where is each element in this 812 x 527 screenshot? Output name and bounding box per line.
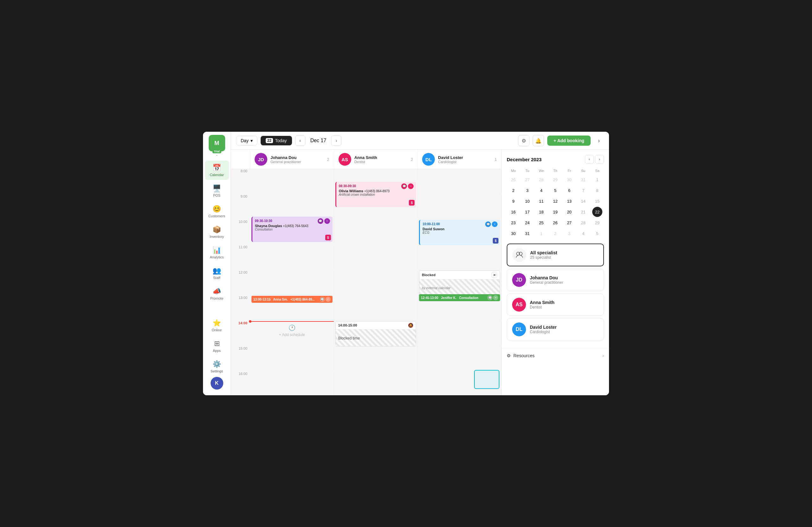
day-cell[interactable]: 29 bbox=[592, 218, 603, 228]
main-content: Day ▾ 22 Today ‹ Dec 17 › ⚙ 🔔 + Add book… bbox=[231, 132, 609, 395]
mini-prev-button[interactable]: ‹ bbox=[585, 155, 594, 164]
close-icon[interactable]: ✕ bbox=[492, 272, 497, 278]
day-cell[interactable]: 17 bbox=[522, 207, 532, 217]
sync-icon[interactable]: 🔔 bbox=[533, 135, 544, 146]
day-cell[interactable]: 13 bbox=[564, 196, 575, 206]
resources-row[interactable]: ⚙ Resources › bbox=[502, 348, 609, 363]
specialist-all[interactable]: All specialist 25 specialist bbox=[507, 244, 604, 266]
staff-icon: 👥 bbox=[213, 267, 221, 275]
day-cell[interactable]: 4 bbox=[536, 185, 546, 195]
day-cell[interactable]: 29 bbox=[550, 175, 560, 185]
day-cell[interactable]: 5 bbox=[592, 228, 603, 238]
johanna-column[interactable]: 09:30-10:30 💬 + Shayna Douglas +1(483) 7… bbox=[250, 169, 334, 395]
day-cell[interactable]: 28 bbox=[536, 175, 546, 185]
day-cell[interactable]: 4 bbox=[578, 228, 589, 238]
add-icon-3[interactable]: + bbox=[492, 221, 497, 227]
day-cell[interactable]: 3 bbox=[522, 185, 532, 195]
blocked-external[interactable]: Blocked ✕ by external calendar bbox=[419, 270, 500, 296]
sidebar-item-apps[interactable]: ⊞ Apps bbox=[205, 336, 229, 356]
appointment-olivia[interactable]: 08:30-09:30 💬 + Olivia Williams +1(483) … bbox=[335, 182, 417, 207]
specialist-johanna[interactable]: JD Johanna Dou General practitioner bbox=[507, 269, 604, 291]
sidebar-item-calendar[interactable]: 📅 Calendar bbox=[205, 161, 229, 180]
message-icon-2: 💬 bbox=[401, 184, 407, 189]
day-cell[interactable]: 30 bbox=[508, 228, 519, 238]
day-cell[interactable]: 16 bbox=[508, 207, 519, 217]
mini-next-button[interactable]: › bbox=[595, 155, 604, 164]
day-cell[interactable]: 18 bbox=[536, 207, 546, 217]
day-cell[interactable]: 24 bbox=[522, 218, 532, 228]
view-select[interactable]: Day ▾ bbox=[236, 136, 258, 145]
add-icon-2[interactable]: + bbox=[408, 184, 414, 189]
day-cell[interactable]: 9 bbox=[508, 196, 519, 206]
day-cell[interactable]: 25 bbox=[536, 218, 546, 228]
day-cell[interactable]: 7 bbox=[578, 185, 589, 195]
appointment-shayna[interactable]: 09:30-10:30 💬 + Shayna Douglas +1(483) 7… bbox=[251, 217, 333, 242]
sidebar-item-pos[interactable]: 🖥️ POS bbox=[205, 181, 229, 201]
day-cell[interactable]: 26 bbox=[508, 175, 519, 185]
message-icon-3: 💬 bbox=[485, 221, 491, 227]
sidebar-item-inventory[interactable]: 📦 Inventory bbox=[205, 222, 229, 241]
day-cell[interactable]: 27 bbox=[522, 175, 532, 185]
settings-icon: ⚙️ bbox=[213, 360, 221, 368]
day-cell[interactable]: 12 bbox=[550, 196, 560, 206]
toolbar: Day ▾ 22 Today ‹ Dec 17 › ⚙ 🔔 + Add book… bbox=[231, 132, 609, 150]
time-selection-box[interactable] bbox=[474, 370, 499, 389]
sidebar-item-staff[interactable]: 👥 Staff bbox=[205, 263, 229, 283]
logo-button[interactable]: M Trial bbox=[209, 135, 225, 151]
sidebar-item-settings[interactable]: ⚙️ Settings bbox=[205, 357, 229, 376]
day-cell[interactable]: 20 bbox=[564, 207, 575, 217]
blocked-time-anna[interactable]: 14:00-15:00 🔕 Blocked time bbox=[335, 321, 417, 347]
day-cell[interactable]: 5 bbox=[550, 185, 560, 195]
day-cell[interactable]: 21 bbox=[578, 207, 589, 217]
current-time-line bbox=[250, 321, 334, 322]
prev-date-button[interactable]: ‹ bbox=[295, 135, 305, 146]
day-cell[interactable]: 19 bbox=[550, 207, 560, 217]
day-cell-today[interactable]: 22 bbox=[592, 207, 603, 217]
today-button[interactable]: 22 Today bbox=[261, 136, 292, 145]
anna-sp-avatar: AS bbox=[512, 298, 526, 312]
appointment-jeniffer[interactable]: 12:45-13:00 Jeniffer K. Consultation 💬 + bbox=[419, 294, 500, 301]
sidebar-item-customers[interactable]: 😊 Customers bbox=[205, 202, 229, 221]
day-cell[interactable]: 2 bbox=[508, 185, 519, 195]
appointment-anna-sm[interactable]: 13:00-13:15 Anna Sm. +1(483) 864-89... 💬… bbox=[251, 296, 333, 303]
day-cell[interactable]: 8 bbox=[592, 185, 603, 195]
day-cell[interactable]: 1 bbox=[536, 228, 546, 238]
sidebar-item-promote[interactable]: 📣 Promote bbox=[205, 284, 229, 303]
david-sp-avatar: DL bbox=[512, 322, 526, 336]
day-cell[interactable]: 2 bbox=[550, 228, 560, 238]
day-cell[interactable]: 10 bbox=[522, 196, 532, 206]
schedule-panel: JD Johanna Dou General practitioner 2 AS… bbox=[231, 150, 501, 395]
sidebar-item-online[interactable]: ⭐ Online bbox=[205, 316, 229, 335]
user-avatar[interactable]: K bbox=[211, 377, 223, 390]
day-cell[interactable]: 1 bbox=[592, 175, 603, 185]
filter-icon[interactable]: ⚙ bbox=[518, 135, 530, 146]
day-cell[interactable]: 3 bbox=[564, 228, 575, 238]
day-cell[interactable]: 26 bbox=[550, 218, 560, 228]
inline-add-icon[interactable]: + bbox=[325, 297, 331, 302]
day-cell[interactable]: 31 bbox=[522, 228, 532, 238]
day-cell[interactable]: 28 bbox=[578, 218, 589, 228]
staff-header-david: DL David Loster Cardiologist 1 bbox=[417, 150, 501, 169]
add-icon[interactable]: + bbox=[324, 218, 330, 224]
day-cell[interactable]: 31 bbox=[578, 175, 589, 185]
specialist-anna[interactable]: AS Anna Smith Dentist bbox=[507, 294, 604, 316]
david-column[interactable]: Blocked ✕ by external calendar 1 bbox=[417, 169, 501, 395]
day-cell[interactable]: 30 bbox=[564, 175, 575, 185]
add-schedule-johanna[interactable]: 🕐 + Add schedule bbox=[250, 315, 334, 347]
appointment-david-suwon[interactable]: 10:00-11:00 💬 + David Suwon ECG $ bbox=[419, 220, 500, 245]
next-date-button[interactable]: › bbox=[331, 135, 342, 146]
expand-panel-button[interactable]: › bbox=[594, 135, 604, 146]
add-booking-button[interactable]: + Add booking bbox=[547, 135, 591, 146]
day-cell[interactable]: 23 bbox=[508, 218, 519, 228]
pos-icon: 🖥️ bbox=[213, 184, 221, 193]
day-cell[interactable]: 14 bbox=[578, 196, 589, 206]
day-cell[interactable]: 27 bbox=[564, 218, 575, 228]
inline-add-icon-2[interactable]: + bbox=[493, 295, 498, 300]
day-cell[interactable]: 11 bbox=[536, 196, 546, 206]
specialists-section: All specialist 25 specialist JD Johanna … bbox=[502, 244, 609, 348]
day-cell[interactable]: 6 bbox=[564, 185, 575, 195]
specialist-david[interactable]: DL David Loster Cardiologist bbox=[507, 318, 604, 340]
anna-column[interactable]: 08:30-09:30 💬 + Olivia Williams +1(483) … bbox=[334, 169, 418, 395]
sidebar-item-analytics[interactable]: 📊 Analytics bbox=[205, 243, 229, 262]
day-cell[interactable]: 15 bbox=[592, 196, 603, 206]
